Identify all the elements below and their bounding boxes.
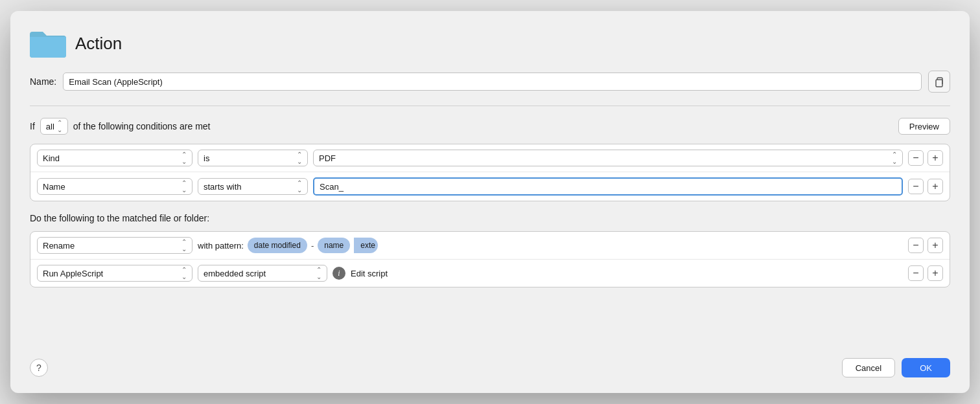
run-applescript-select[interactable]: Run AppleScript ⌃⌄ (37, 265, 192, 282)
operator-select-2[interactable]: starts with ⌃⌄ (198, 178, 308, 195)
cancel-button[interactable]: Cancel (842, 358, 895, 377)
help-button[interactable]: ? (30, 359, 48, 377)
row-controls-3: − + (908, 238, 943, 253)
row-controls-1: − + (908, 150, 943, 166)
operator-select-1[interactable]: is ⌃⌄ (198, 150, 308, 166)
add-action-2-button[interactable]: + (928, 265, 943, 281)
value-select-1[interactable]: PDF ⌃⌄ (313, 150, 903, 166)
edit-script-label: Edit script (351, 269, 388, 278)
chevron-updown-icon: ⌃⌄ (181, 151, 187, 165)
folder-icon (30, 29, 66, 58)
name-label: Name: (30, 76, 56, 87)
copy-button[interactable] (928, 71, 950, 93)
chevron-updown-icon: ⌃⌄ (892, 151, 897, 165)
remove-condition-2-button[interactable]: − (908, 179, 924, 194)
table-row: Run AppleScript ⌃⌄ embedded script ⌃⌄ i … (30, 260, 950, 287)
with-pattern-label: with pattern: (198, 241, 244, 251)
dialog: Action Name: If all ⌃⌄ of the following … (10, 11, 970, 393)
table-row: Name ⌃⌄ starts with ⌃⌄ − + (30, 172, 950, 201)
if-label: If (30, 121, 35, 131)
chevron-updown-icon: ⌃⌄ (297, 179, 302, 194)
actions-box: Rename ⌃⌄ with pattern: date modified - … (30, 231, 950, 287)
pattern-area: with pattern: date modified - name exte (198, 238, 903, 253)
add-condition-1-button[interactable]: + (928, 150, 943, 166)
embedded-script-select[interactable]: embedded script ⌃⌄ (198, 265, 327, 282)
conditions-left: If all ⌃⌄ of the following conditions ar… (30, 118, 210, 135)
add-condition-2-button[interactable]: + (928, 179, 943, 194)
conditions-box: Kind ⌃⌄ is ⌃⌄ PDF ⌃⌄ − + Name ⌃⌄ st (30, 144, 950, 201)
table-row: Rename ⌃⌄ with pattern: date modified - … (30, 232, 950, 260)
footer-buttons: Cancel OK (842, 358, 950, 377)
table-row: Kind ⌃⌄ is ⌃⌄ PDF ⌃⌄ − + (30, 144, 950, 172)
divider (30, 106, 950, 106)
date-modified-chip[interactable]: date modified (248, 238, 307, 253)
remove-action-1-button[interactable]: − (908, 238, 924, 253)
ok-button[interactable]: OK (902, 358, 950, 377)
remove-action-2-button[interactable]: − (908, 265, 924, 281)
all-select[interactable]: all ⌃⌄ (40, 118, 68, 135)
page-title: Action (75, 34, 122, 54)
chevron-updown-icon: ⌃⌄ (297, 151, 302, 165)
value-input-2[interactable] (313, 177, 903, 196)
dash-separator: - (311, 241, 314, 251)
chevron-updown-icon: ⌃⌄ (181, 179, 187, 194)
conditions-label: of the following conditions are met (73, 121, 211, 131)
chevron-updown-icon: ⌃⌄ (181, 238, 187, 252)
preview-button[interactable]: Preview (898, 118, 950, 135)
remove-condition-1-button[interactable]: − (908, 150, 924, 166)
conditions-header: If all ⌃⌄ of the following conditions ar… (30, 118, 950, 135)
exte-chip[interactable]: exte (354, 238, 378, 253)
chevron-updown-icon: ⌃⌄ (181, 266, 187, 280)
kind-select[interactable]: Kind ⌃⌄ (37, 150, 192, 166)
name-chip[interactable]: name (318, 238, 350, 253)
chevron-down-icon: ⌃⌄ (57, 119, 62, 133)
name-field-select[interactable]: Name ⌃⌄ (37, 178, 192, 195)
footer: ? Cancel OK (30, 355, 950, 377)
svg-rect-0 (936, 80, 942, 87)
header: Action (30, 29, 950, 58)
row-controls-4: − + (908, 265, 943, 281)
actions-section-label: Do the following to the matched file or … (30, 213, 950, 223)
add-action-1-button[interactable]: + (928, 238, 943, 253)
name-input[interactable] (63, 73, 922, 91)
chevron-updown-icon: ⌃⌄ (316, 266, 321, 280)
name-row: Name: (30, 71, 950, 93)
info-icon[interactable]: i (332, 267, 345, 280)
rename-select[interactable]: Rename ⌃⌄ (37, 237, 192, 254)
row-controls-2: − + (908, 179, 943, 194)
